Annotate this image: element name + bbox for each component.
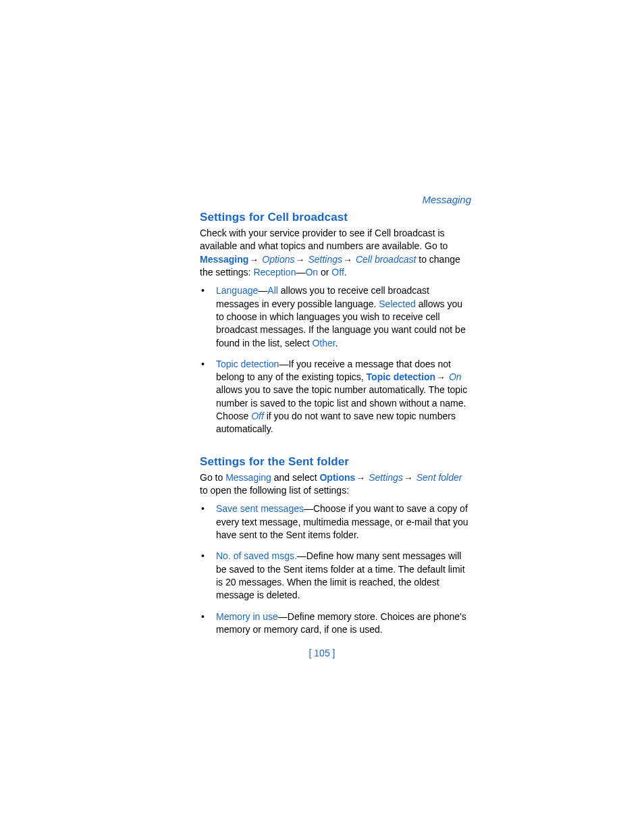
text: Check with your service provider to see … bbox=[200, 228, 448, 251]
list-item: Memory in use—Define memory store. Choic… bbox=[216, 610, 472, 637]
value-on: On bbox=[449, 371, 462, 382]
section2-title: Settings for the Sent folder bbox=[200, 455, 472, 469]
text: — bbox=[258, 285, 267, 296]
value-all: All bbox=[267, 285, 278, 296]
setting-save-sent: Save sent messages bbox=[216, 503, 304, 514]
value-selected: Selected bbox=[379, 298, 415, 309]
nav-settings: Settings bbox=[308, 254, 342, 265]
list-item: Save sent messages—Choose if you want to… bbox=[216, 502, 472, 542]
value-on: On bbox=[305, 267, 318, 278]
text: Go to bbox=[200, 472, 225, 483]
page: Messaging Settings for Cell broadcast Ch… bbox=[0, 0, 644, 834]
nav-options: Options bbox=[319, 472, 355, 483]
section1-bullets: Language—All allows you to receive cell … bbox=[200, 284, 472, 436]
text: . bbox=[344, 267, 347, 278]
nav-topic-detection: Topic detection bbox=[367, 371, 435, 382]
section2-bullets: Save sent messages—Choose if you want to… bbox=[200, 502, 472, 636]
arrow-icon: → bbox=[403, 471, 414, 484]
text: to open the following list of settings: bbox=[200, 485, 349, 496]
arrow-icon: → bbox=[248, 253, 259, 266]
list-item: No. of saved msgs.—Define how many sent … bbox=[216, 550, 472, 602]
section2-intro: Go to Messaging and select Options→ Sett… bbox=[200, 471, 472, 498]
nav-settings: Settings bbox=[369, 472, 403, 483]
setting-topic-detection: Topic detection bbox=[216, 359, 279, 369]
nav-messaging: Messaging bbox=[225, 472, 271, 483]
text: . bbox=[336, 338, 338, 348]
arrow-icon: → bbox=[435, 371, 446, 384]
section1-intro: Check with your service provider to see … bbox=[200, 227, 472, 279]
header-section-label: Messaging bbox=[422, 194, 471, 205]
setting-reception: Reception bbox=[253, 267, 296, 278]
text: — bbox=[296, 267, 305, 278]
nav-cell-broadcast: Cell broadcast bbox=[356, 254, 417, 265]
list-item: Topic detection—If you receive a message… bbox=[216, 358, 472, 436]
value-other: Other bbox=[312, 338, 335, 348]
value-off: Off bbox=[251, 411, 264, 421]
nav-options: Options bbox=[262, 254, 294, 265]
page-number: [ 105 ] bbox=[0, 648, 644, 658]
text: and select bbox=[271, 472, 320, 483]
value-off: Off bbox=[331, 267, 344, 278]
nav-messaging: Messaging bbox=[200, 254, 248, 265]
arrow-icon: → bbox=[355, 471, 366, 484]
arrow-icon: → bbox=[342, 253, 353, 266]
text: or bbox=[318, 267, 331, 278]
setting-memory: Memory in use bbox=[216, 611, 278, 622]
setting-language: Language bbox=[216, 285, 258, 296]
arrow-icon: → bbox=[295, 253, 306, 266]
list-item: Language—All allows you to receive cell … bbox=[216, 284, 472, 350]
section1-title: Settings for Cell broadcast bbox=[200, 211, 472, 224]
nav-sent-folder: Sent folder bbox=[417, 472, 462, 483]
setting-no-saved: No. of saved msgs. bbox=[216, 550, 297, 561]
